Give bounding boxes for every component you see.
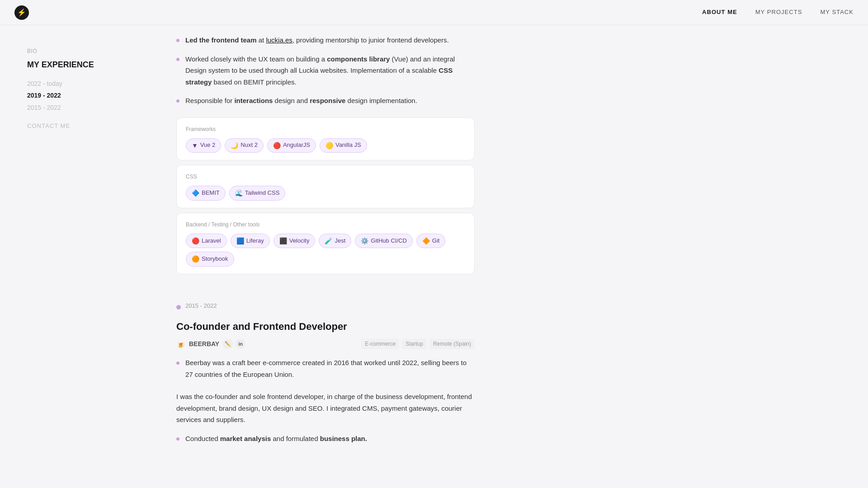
frameworks-label: Frameworks xyxy=(186,125,465,134)
tag-velocity-label: Velocity xyxy=(289,236,310,246)
liferay-icon: 🟦 xyxy=(236,236,244,246)
beerbay-edit-icon[interactable]: ✏️ xyxy=(223,339,233,349)
tag-jest-label: Jest xyxy=(335,236,345,246)
beerbay-title: Co-founder and Frontend Developer xyxy=(176,319,475,334)
jest-icon: 🧪 xyxy=(325,236,332,246)
sidebar-experience-label: MY EXPERIENCE xyxy=(27,58,149,71)
backend-tags-row: 🔴 Laravel 🟦 Liferay ⬛ Velocity 🧪 Jest xyxy=(186,234,465,267)
beerbay-bullet-1: Beerbay was a craft beer e-commerce crea… xyxy=(176,357,475,380)
tag-liferay-label: Liferay xyxy=(246,236,264,246)
nuxt2-icon: 🌙 xyxy=(231,141,238,150)
beerbay-tags-right: E-commerce Startup Remote (Spain) xyxy=(361,339,475,349)
tag-nuxt2[interactable]: 🌙 Nuxt 2 xyxy=(225,138,264,153)
tag-tailwind-label: Tailwind CSS xyxy=(245,188,280,198)
tag-vue2-label: Vue 2 xyxy=(200,141,216,150)
nav-links: ABOUT ME MY PROJECTS MY STACK xyxy=(702,8,854,17)
tag-tailwind[interactable]: 🌊 Tailwind CSS xyxy=(229,186,286,200)
luckia-bullet-3: Responsible for interactions design and … xyxy=(176,95,475,107)
tag-git-label: Git xyxy=(432,236,440,246)
luckia-components-text: components library xyxy=(327,55,390,63)
css-tags-group: CSS 🔷 BEMIT 🌊 Tailwind CSS xyxy=(176,165,475,208)
beerbay-para-1: I was the co-founder and sole frontend d… xyxy=(176,391,475,426)
backend-label: Backend / Testing / Other tools xyxy=(186,221,465,229)
beerbay-company-links: ✏️ in xyxy=(223,339,245,349)
nav-stack[interactable]: MY STACK xyxy=(820,8,854,17)
beerbay-linkedin-icon[interactable]: in xyxy=(236,339,245,349)
luckia-interactions-text: interactions xyxy=(234,97,273,104)
timeline-dot-beerbay xyxy=(176,305,181,310)
githubcicd-icon: ⚙️ xyxy=(361,236,368,246)
tag-storybook-label: Storybook xyxy=(202,254,228,264)
tailwind-icon: 🌊 xyxy=(235,188,243,198)
tag-bemit-label: BEMIT xyxy=(202,188,220,198)
beerbay-market-analysis: market analysis xyxy=(220,435,271,442)
luckia-bullet-2: Worked closely with the UX team on build… xyxy=(176,53,475,88)
beerbay-bullet-2: Conducted market analysis and formulated… xyxy=(176,433,475,445)
beerbay-tag-ecommerce: E-commerce xyxy=(361,339,399,349)
sidebar-bio-label: BIO xyxy=(27,47,149,56)
tag-vanillajs[interactable]: 🟡 Vanilla JS xyxy=(320,138,367,153)
luckia-link[interactable]: luckia.es xyxy=(266,36,292,44)
luckia-led-text: Led the frontend team xyxy=(185,36,257,44)
tag-git[interactable]: 🔶 Git xyxy=(416,234,446,248)
luckia-bullet-1: Led the frontend team at luckia.es, prov… xyxy=(176,34,475,46)
nav-projects[interactable]: MY PROJECTS xyxy=(755,8,802,17)
tag-angularjs-label: AngularJS xyxy=(283,141,310,150)
beerbay-entry-header: Co-founder and Frontend Developer 🍺 BEER… xyxy=(176,319,475,350)
sidebar-year-20152022[interactable]: 2015 - 2022 xyxy=(27,103,149,113)
tag-vue2[interactable]: ▼ Vue 2 xyxy=(186,138,221,153)
sidebar-contact[interactable]: CONTACT ME xyxy=(27,122,149,131)
beerbay-business-plan: business plan. xyxy=(320,435,367,442)
luckia-bullet-list: Led the frontend team at luckia.es, prov… xyxy=(176,34,475,107)
beerbay-bullet-2-list: Conducted market analysis and formulated… xyxy=(176,433,475,445)
tag-liferay[interactable]: 🟦 Liferay xyxy=(231,234,270,248)
tag-bemit[interactable]: 🔷 BEMIT xyxy=(186,186,226,200)
velocity-icon: ⬛ xyxy=(279,236,287,246)
tag-velocity[interactable]: ⬛ Velocity xyxy=(274,234,316,248)
tag-nuxt2-label: Nuxt 2 xyxy=(241,141,258,150)
tag-laravel-label: Laravel xyxy=(202,236,221,246)
tag-githubcicd[interactable]: ⚙️ GitHub CI/CD xyxy=(355,234,412,248)
frameworks-tags-row: ▼ Vue 2 🌙 Nuxt 2 🔴 AngularJS 🟡 Vanilla J… xyxy=(186,138,465,153)
tag-githubcicd-label: GitHub CI/CD xyxy=(371,236,406,246)
bemit-icon: 🔷 xyxy=(192,188,199,198)
page-layout: BIO MY EXPERIENCE 2022 - today 2019 - 20… xyxy=(0,0,868,488)
storybook-icon: 🟠 xyxy=(192,254,199,264)
sidebar-year-20192022[interactable]: 2019 - 2022 xyxy=(27,90,149,100)
beerbay-tag-startup: Startup xyxy=(402,339,427,349)
beerbay-date: 2015 - 2022 xyxy=(185,301,217,311)
beerbay-company: 🍺 BEERBAY ✏️ in xyxy=(176,338,245,350)
git-icon: 🔶 xyxy=(422,236,430,246)
tag-laravel[interactable]: 🔴 Laravel xyxy=(186,234,227,248)
css-label: CSS xyxy=(186,173,465,181)
luckia-css-strategy-text: CSS strategy xyxy=(185,66,453,86)
luckia-experience-section: Led the frontend team at luckia.es, prov… xyxy=(176,34,475,274)
nav-about[interactable]: ABOUT ME xyxy=(702,8,737,17)
beerbay-experience-section: 2015 - 2022 Co-founder and Frontend Deve… xyxy=(176,301,475,445)
tag-jest[interactable]: 🧪 Jest xyxy=(319,234,351,248)
css-tags-row: 🔷 BEMIT 🌊 Tailwind CSS xyxy=(186,186,465,200)
tag-storybook[interactable]: 🟠 Storybook xyxy=(186,252,234,266)
sidebar-year-2022today[interactable]: 2022 - today xyxy=(27,79,149,89)
beerbay-bullet-list: Beerbay was a craft beer e-commerce crea… xyxy=(176,357,475,380)
main-content: Led the frontend team at luckia.es, prov… xyxy=(167,25,511,488)
vue2-icon: ▼ xyxy=(192,141,198,150)
luckia-responsive-text: responsive xyxy=(310,97,345,104)
laravel-icon: 🔴 xyxy=(192,236,199,246)
angularjs-icon: 🔴 xyxy=(273,141,281,150)
vanillajs-icon: 🟡 xyxy=(326,141,333,150)
tag-angularjs[interactable]: 🔴 AngularJS xyxy=(267,138,316,153)
beerbay-tag-remote: Remote (Spain) xyxy=(429,339,475,349)
backend-tags-group: Backend / Testing / Other tools 🔴 Larave… xyxy=(176,213,475,274)
beerbay-company-row: 🍺 BEERBAY ✏️ in E-commerce Startup Remot… xyxy=(176,338,475,350)
logo-icon[interactable]: ⚡ xyxy=(14,5,29,20)
beerbay-company-name: BEERBAY xyxy=(189,339,219,349)
frameworks-tags-group: Frameworks ▼ Vue 2 🌙 Nuxt 2 🔴 AngularJS xyxy=(176,117,475,161)
beerbay-company-icon: 🍺 xyxy=(176,338,185,350)
tag-vanillajs-label: Vanilla JS xyxy=(335,141,361,150)
sidebar: BIO MY EXPERIENCE 2022 - today 2019 - 20… xyxy=(0,25,167,488)
navigation: ⚡ ABOUT ME MY PROJECTS MY STACK xyxy=(0,0,868,25)
